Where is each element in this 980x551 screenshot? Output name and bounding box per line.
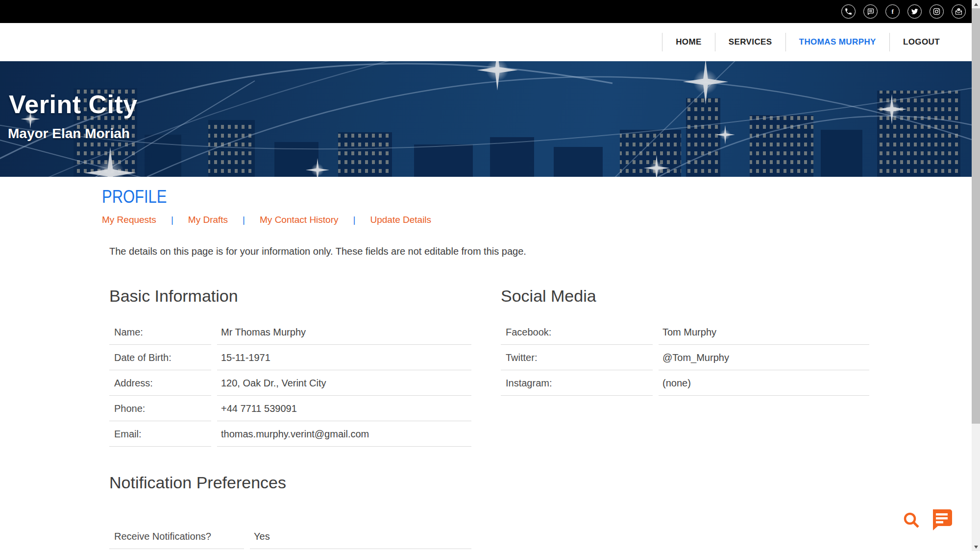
- row-value: 120, Oak Dr., Verint City: [217, 370, 471, 396]
- table-row: Name: Mr Thomas Murphy: [109, 319, 471, 345]
- nav-item-user[interactable]: THOMAS MURPHY: [785, 33, 889, 51]
- chat-icon[interactable]: [863, 4, 878, 19]
- page: f HOME SERVICES THOMAS MURPHY LO: [0, 0, 980, 551]
- row-label: Twitter:: [501, 345, 653, 370]
- main-navbar: HOME SERVICES THOMAS MURPHY LOGOUT: [0, 23, 972, 61]
- basic-information-table: Name: Mr Thomas Murphy Date of Birth: 15…: [109, 319, 471, 447]
- svg-text:f: f: [891, 8, 894, 15]
- table-row: Instagram: (none): [501, 370, 869, 396]
- subnav-separator: |: [243, 215, 245, 225]
- info-note: The details on this page is for your inf…: [109, 246, 972, 257]
- section-notification-preferences: Notification Preferences Receive Notific…: [109, 473, 471, 549]
- row-label: Email:: [109, 421, 211, 447]
- scroll-down-icon: [974, 546, 978, 549]
- row-value: thomas.murphy.verint@gmail.com: [217, 421, 471, 447]
- row-value: 15-11-1971: [217, 345, 471, 370]
- facebook-icon[interactable]: f: [885, 4, 900, 19]
- row-label: Address:: [109, 370, 211, 396]
- scrollbar[interactable]: [972, 0, 980, 551]
- row-value: Yes: [250, 524, 471, 549]
- table-row: Phone: +44 7711 539091: [109, 396, 471, 421]
- row-label: Receive Notifications?: [109, 524, 244, 549]
- search-icon[interactable]: [902, 511, 922, 530]
- scroll-up-icon: [974, 3, 978, 6]
- row-value: Tom Murphy: [659, 319, 869, 345]
- table-row: Receive Notifications? Yes: [109, 524, 471, 549]
- social-media-table: Facebook: Tom Murphy Twitter: @Tom_Murph…: [501, 319, 869, 396]
- scroll-down-button[interactable]: [972, 543, 980, 551]
- section-social-media: Social Media Facebook: Tom Murphy Twitte…: [501, 287, 869, 447]
- row-value: +44 7711 539091: [217, 396, 471, 421]
- subnav-link-update-details[interactable]: Update Details: [370, 215, 431, 225]
- scroll-up-button[interactable]: [972, 0, 980, 8]
- section-basic-information: Basic Information Name: Mr Thomas Murphy…: [109, 287, 471, 447]
- hero-banner: Verint City Mayor Elan Moriah: [0, 61, 972, 177]
- table-row: Email: thomas.murphy.verint@gmail.com: [109, 421, 471, 447]
- subnav-separator: |: [353, 215, 356, 225]
- nav-item-home[interactable]: HOME: [662, 33, 715, 51]
- table-row: Facebook: Tom Murphy: [501, 319, 869, 345]
- hero-cityscape-art: [0, 61, 972, 177]
- subnav-link-my-contact-history[interactable]: My Contact History: [260, 215, 338, 225]
- webmail-icon[interactable]: [952, 4, 966, 19]
- row-value: (none): [659, 370, 869, 396]
- row-label: Phone:: [109, 396, 211, 421]
- row-label: Instagram:: [501, 370, 653, 396]
- section-title: Social Media: [501, 287, 869, 306]
- row-value: Mr Thomas Murphy: [217, 319, 471, 345]
- hero-title: Verint City: [9, 90, 138, 119]
- social-icons-bar: f: [0, 0, 972, 23]
- row-value: @Tom_Murphy: [659, 345, 869, 370]
- subnav-separator: |: [171, 215, 173, 225]
- phone-icon[interactable]: [841, 4, 856, 19]
- nav-item-logout[interactable]: LOGOUT: [889, 33, 953, 51]
- page-title: PROFILE: [102, 187, 850, 207]
- nav-item-services[interactable]: SERVICES: [715, 33, 785, 51]
- scrollbar-thumb[interactable]: [972, 8, 980, 424]
- subnav-link-my-drafts[interactable]: My Drafts: [188, 215, 228, 225]
- instagram-icon[interactable]: [930, 4, 944, 19]
- profile-subnav: My Requests | My Drafts | My Contact His…: [102, 215, 972, 225]
- table-row: Twitter: @Tom_Murphy: [501, 345, 869, 370]
- chat-bubble-icon[interactable]: [929, 507, 954, 532]
- twitter-icon[interactable]: [907, 4, 922, 19]
- main-content: PROFILE My Requests | My Drafts | My Con…: [0, 177, 972, 549]
- table-row: Address: 120, Oak Dr., Verint City: [109, 370, 471, 396]
- row-label: Facebook:: [501, 319, 653, 345]
- notification-preferences-table: Receive Notifications? Yes: [109, 524, 471, 549]
- hero-subtitle: Mayor Elan Moriah: [8, 126, 130, 142]
- subnav-link-my-requests[interactable]: My Requests: [102, 215, 156, 225]
- table-row: Date of Birth: 15-11-1971: [109, 345, 471, 370]
- section-title: Basic Information: [109, 287, 471, 306]
- section-title: Notification Preferences: [109, 473, 471, 492]
- row-label: Date of Birth:: [109, 345, 211, 370]
- row-label: Name:: [109, 319, 211, 345]
